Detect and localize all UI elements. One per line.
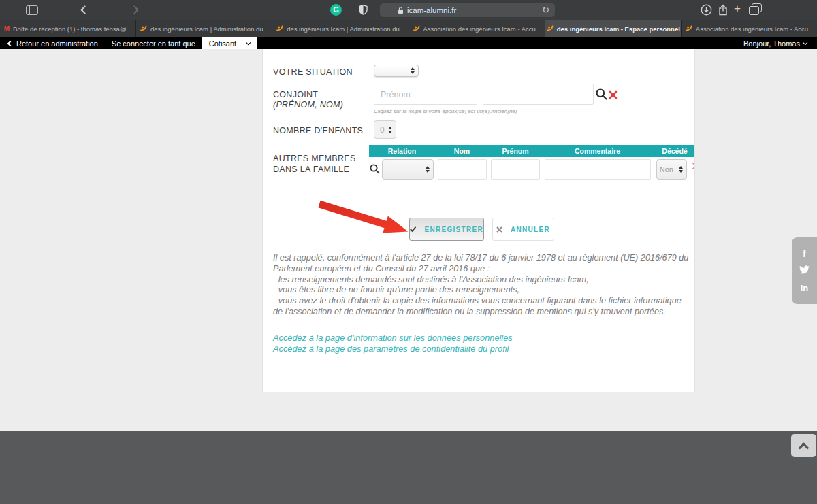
search-alumni-icon[interactable] — [596, 88, 607, 103]
chevron-left-icon — [7, 40, 13, 46]
shield-icon[interactable] — [359, 4, 368, 18]
select-stepper-icon — [426, 166, 430, 173]
connect-as-label: Se connecter en tant que — [112, 39, 195, 48]
scroll-to-top-button[interactable] — [791, 434, 816, 457]
browser-toolbar: G icam-alumni.fr ↻ + — [0, 0, 817, 20]
social-share-rail: f in — [792, 237, 817, 304]
member-nom-input[interactable] — [438, 159, 487, 180]
x-icon — [496, 226, 502, 233]
confidentiality-settings-link[interactable]: Accédez à la page des paramètres de conf… — [273, 343, 509, 354]
facebook-icon[interactable]: f — [803, 248, 806, 258]
cancel-button[interactable]: ANNULER — [492, 218, 554, 241]
delete-row-icon[interactable] — [692, 162, 695, 172]
forward-icon[interactable] — [130, 5, 139, 14]
back-icon[interactable] — [80, 5, 89, 14]
linkedin-icon[interactable]: in — [801, 283, 809, 293]
icam-favicon-icon — [276, 25, 283, 33]
sidebar-toggle-icon[interactable] — [26, 5, 38, 15]
back-to-admin-link[interactable]: Retour en administration — [8, 39, 98, 48]
lock-icon — [398, 7, 404, 14]
grammarly-icon[interactable]: G — [330, 4, 342, 16]
member-prenom-input[interactable] — [491, 159, 540, 180]
family-table-header: Relation Nom Prénom Commentaire Décédé — [369, 145, 695, 157]
data-privacy-link[interactable]: Accédez à la page d'information sur les … — [273, 333, 513, 343]
legal-notice-text: Il est rappelé, conformément à l'article… — [273, 253, 692, 318]
select-stepper-icon — [411, 67, 415, 74]
user-menu[interactable]: Bonjour, Thomas — [743, 39, 807, 48]
tab-gmail-inbox[interactable]: M Boîte de réception (1) - thomas.tensa@… — [0, 20, 136, 37]
twitter-icon[interactable] — [799, 265, 810, 277]
select-stepper-icon — [388, 127, 392, 133]
conjoint-help-text: Cliquez sur la loupe si votre époux(se) … — [374, 108, 517, 114]
search-member-icon[interactable] — [370, 164, 380, 177]
family-table: Relation Nom Prénom Commentaire Décédé N… — [369, 145, 695, 180]
save-button[interactable]: ENREGISTRER — [409, 218, 484, 241]
icam-favicon-icon — [685, 25, 692, 33]
icam-favicon-icon — [546, 25, 554, 33]
share-icon[interactable] — [718, 4, 728, 18]
role-select[interactable]: Cotisant — [202, 37, 257, 49]
reload-icon[interactable]: ↻ — [542, 4, 549, 16]
clear-conjoint-icon[interactable] — [609, 90, 618, 102]
conjoint-lastname-input[interactable] — [483, 84, 594, 105]
chevron-down-icon — [246, 40, 251, 45]
situation-select[interactable] — [374, 65, 419, 77]
tab-icam-espace-personnel[interactable]: des ingénieurs Icam - Espace personnel — [545, 20, 682, 37]
tab-icam-admin-1[interactable]: des ingénieurs Icam | Administration du.… — [136, 20, 272, 37]
footer: icamalumni Le groupe Icam Fundraising Me… — [0, 431, 817, 504]
admin-bar: Retour en administration Se connecter en… — [0, 37, 817, 49]
select-stepper-icon — [679, 166, 683, 173]
downloads-icon[interactable] — [701, 4, 712, 18]
deceased-select[interactable]: Non — [656, 159, 687, 180]
new-tab-icon[interactable]: + — [734, 2, 741, 16]
chevron-down-icon — [803, 40, 807, 45]
conjoint-sublabel: (PRÉNOM, NOM) — [273, 99, 343, 110]
url-text: icam-alumni.fr — [407, 6, 456, 14]
icam-favicon-icon — [140, 25, 147, 33]
chevron-up-icon — [799, 442, 810, 453]
situation-label: VOTRE SITUATION — [273, 67, 353, 78]
family-label: AUTRES MEMBRES DANS LA FAMILLE — [273, 153, 356, 175]
gmail-favicon-icon: M — [4, 25, 10, 33]
icam-favicon-icon — [413, 25, 420, 33]
url-bar[interactable]: icam-alumni.fr ↻ — [380, 3, 555, 17]
tab-icam-accueil-1[interactable]: Association des ingénieurs Icam - Accu..… — [409, 20, 545, 37]
tab-icam-accueil-2[interactable]: Association des ingénieurs Icam - Accu..… — [682, 20, 817, 37]
relation-select[interactable] — [382, 159, 434, 180]
tab-overview-icon[interactable] — [749, 6, 758, 14]
children-count-stepper[interactable]: 0 — [374, 120, 396, 139]
member-commentaire-input[interactable] — [545, 159, 651, 180]
tab-strip: M Boîte de réception (1) - thomas.tensa@… — [0, 20, 817, 37]
tab-icam-admin-2[interactable]: des ingénieurs Icam | Administration du.… — [272, 20, 408, 37]
red-arrow-annotation — [314, 199, 413, 239]
profile-form-card: VOTRE SITUATION CONJOINT (PRÉNOM, NOM) C… — [262, 49, 695, 392]
conjoint-label: CONJOINT — [273, 89, 318, 100]
conjoint-firstname-input[interactable] — [374, 84, 477, 105]
family-table-row: Non — [369, 158, 695, 180]
children-label: NOMBRE D'ENFANTS — [273, 125, 363, 136]
